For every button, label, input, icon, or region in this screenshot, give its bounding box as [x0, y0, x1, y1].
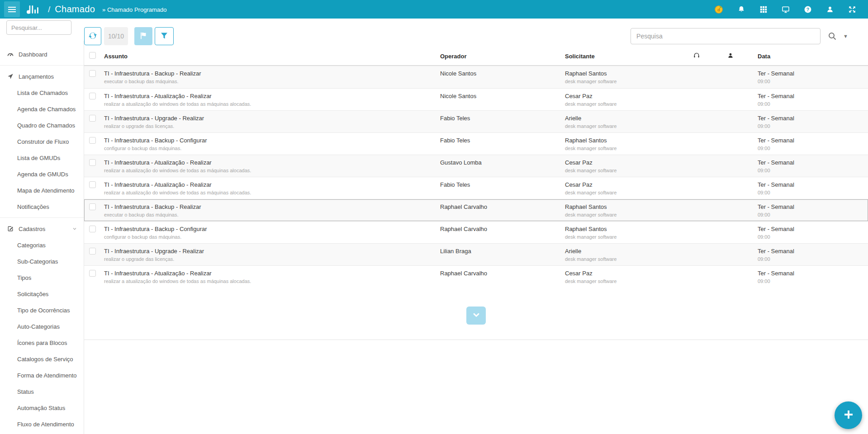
- sidebar-item-cadastros[interactable]: Cadastros: [0, 221, 84, 237]
- user-icon[interactable]: [825, 5, 834, 14]
- person-cell: [727, 89, 758, 92]
- row-checkbox[interactable]: [89, 70, 96, 77]
- sidebar-item-agenda-de-gmuds[interactable]: Agenda de GMUDs: [0, 166, 84, 182]
- sidebar-item-tipo-de-ocorrencias[interactable]: Tipo de Ocorrências: [0, 302, 84, 318]
- assunto-title: TI - Infraestrutura - Backup - Configura…: [104, 225, 440, 233]
- assunto-cell: TI - Infraestrutura - Atualização - Real…: [104, 266, 440, 284]
- hamburger-menu-button[interactable]: [4, 1, 20, 17]
- person-cell: [727, 133, 758, 137]
- solicitante-name: Cesar Paz: [565, 269, 693, 277]
- send-icon: [7, 73, 14, 80]
- sidebar-item-lancamentos[interactable]: Lançamentos: [0, 68, 84, 85]
- table-row[interactable]: TI - Infraestrutura - Atualização - Real…: [84, 265, 868, 288]
- column-header-solicitante[interactable]: Solicitante: [565, 53, 693, 60]
- headset-cell: [693, 199, 727, 203]
- table-row[interactable]: TI - Infraestrutura - Atualização - Real…: [84, 155, 868, 177]
- refresh-button[interactable]: [84, 27, 101, 45]
- expand-icon[interactable]: [848, 5, 856, 14]
- row-checkbox[interactable]: [89, 93, 96, 99]
- row-checkbox[interactable]: [89, 203, 96, 210]
- sidebar-item-automacao-status[interactable]: Automação Status: [0, 400, 84, 416]
- solicitante-name: Cesar Paz: [565, 181, 693, 189]
- svg-text:d: d: [717, 7, 720, 12]
- solicitante-organizacao: desk manager software: [565, 256, 693, 262]
- row-checkbox[interactable]: [89, 159, 96, 166]
- sidebar-item-notificacoes[interactable]: Notificações: [0, 198, 84, 215]
- data-cell: Ter - Semanal09:00: [758, 111, 868, 129]
- solicitante-organizacao: desk manager software: [565, 234, 693, 240]
- sidebar-item-sub-categorias[interactable]: Sub-Categorias: [0, 253, 84, 269]
- sidebar-item-auto-categorias[interactable]: Auto-Categorias: [0, 318, 84, 335]
- sidebar-item-tipos[interactable]: Tipos: [0, 269, 84, 286]
- monitor-icon[interactable]: [781, 5, 790, 14]
- help-icon[interactable]: ?: [803, 5, 812, 14]
- dashboard-icon: [7, 51, 14, 58]
- sidebar-item-label: Fluxo de Atendimento: [17, 421, 74, 428]
- assunto-descricao: executar o backup das máquinas.: [104, 79, 440, 84]
- sidebar-item-label: Agenda de GMUDs: [17, 171, 68, 178]
- sidebar-item-dashboard[interactable]: Dashboard: [0, 46, 84, 62]
- sidebar-item-label: Cadastros: [19, 226, 45, 232]
- solicitante-name: Arielle: [565, 247, 693, 255]
- search-options-caret-icon[interactable]: ▼: [843, 33, 848, 39]
- apps-grid-icon[interactable]: [759, 5, 768, 14]
- data-hora: 09:00: [758, 212, 868, 217]
- select-all-checkbox[interactable]: [89, 52, 96, 59]
- sidebar-item-catalogos-de-servico[interactable]: Catalogos de Serviço: [0, 351, 84, 367]
- table-row[interactable]: TI - Infraestrutura - Backup - Realizare…: [84, 199, 868, 221]
- row-checkbox[interactable]: [89, 115, 96, 122]
- column-header-operador[interactable]: Operador: [440, 53, 565, 60]
- row-checkbox[interactable]: [89, 137, 96, 144]
- sidebar-item-label: Sub-Categorias: [17, 258, 58, 265]
- load-more-button[interactable]: [466, 307, 486, 325]
- assunto-title: TI - Infraestrutura - Upgrade - Realizar: [104, 114, 440, 122]
- sidebar-item-agenda-de-chamados[interactable]: Agenda de Chamados: [0, 101, 84, 117]
- flag-button[interactable]: [134, 27, 152, 45]
- sidebar-item-forma-de-atendimento[interactable]: Forma de Atendimento: [0, 367, 84, 383]
- sidebar-item-label: Quadro de Chamados: [17, 122, 75, 129]
- main-search-input[interactable]: [631, 28, 821, 44]
- bell-icon[interactable]: [737, 5, 745, 14]
- operador-cell: Raphael Carvalho: [440, 266, 565, 277]
- sidebar-item-status[interactable]: Status: [0, 383, 84, 400]
- table-row[interactable]: TI - Infraestrutura - Atualização - Real…: [84, 88, 868, 110]
- solicitante-organizacao: desk manager software: [565, 123, 693, 129]
- row-checkbox[interactable]: [89, 181, 96, 188]
- sidebar-item-lista-de-gmuds[interactable]: Lista de GMUDs: [0, 150, 84, 166]
- coin-icon[interactable]: d: [714, 5, 723, 14]
- sidebar-item-construtor-de-fluxo[interactable]: Construtor de Fluxo: [0, 133, 84, 150]
- search-icon[interactable]: [828, 32, 837, 41]
- sidebar-search-input[interactable]: [6, 20, 71, 35]
- headset-cell: [693, 111, 727, 114]
- table-row[interactable]: TI - Infraestrutura - Upgrade - Realizar…: [84, 110, 868, 132]
- main-area: 10/10: [84, 19, 868, 434]
- chevron-down-icon: [472, 311, 480, 321]
- sidebar-item-label: Auto-Categorias: [17, 323, 60, 330]
- sidebar-item-fluxo-de-atendimento[interactable]: Fluxo de Atendimento: [0, 416, 84, 432]
- sidebar-item-lista-de-chamados[interactable]: Lista de Chamados: [0, 85, 84, 101]
- row-checkbox[interactable]: [89, 270, 96, 277]
- headset-cell: [693, 266, 727, 269]
- table-row[interactable]: TI - Infraestrutura - Backup - Realizare…: [84, 66, 868, 88]
- table-row[interactable]: TI - Infraestrutura - Upgrade - Realizar…: [84, 243, 868, 265]
- sidebar-item-quadro-de-chamados[interactable]: Quadro de Chamados: [0, 117, 84, 133]
- sidebar-item-solicitacoes[interactable]: Solicitações: [0, 286, 84, 302]
- add-ticket-button[interactable]: [835, 401, 862, 429]
- column-header-assunto[interactable]: Assunto: [104, 53, 440, 60]
- column-header-data[interactable]: Data: [758, 53, 868, 60]
- data-hora: 09:00: [758, 278, 868, 284]
- assunto-descricao: configurar o backup das máquinas.: [104, 146, 440, 151]
- sidebar-item-categorias[interactable]: Categorias: [0, 237, 84, 253]
- record-count-badge[interactable]: 10/10: [104, 27, 128, 45]
- data-hora: 09:00: [758, 234, 868, 240]
- row-checkbox[interactable]: [89, 248, 96, 255]
- filter-button[interactable]: [155, 27, 174, 45]
- table-row[interactable]: TI - Infraestrutura - Atualização - Real…: [84, 177, 868, 199]
- app-logo-icon[interactable]: [26, 5, 42, 14]
- sidebar-item-icones-para-blocos[interactable]: Ícones para Blocos: [0, 335, 84, 351]
- row-checkbox[interactable]: [89, 226, 96, 232]
- table-row[interactable]: TI - Infraestrutura - Backup - Configura…: [84, 221, 868, 243]
- table-row[interactable]: TI - Infraestrutura - Backup - Configura…: [84, 132, 868, 155]
- sidebar-item-causas[interactable]: Causas: [0, 432, 84, 434]
- sidebar-item-mapa-de-atendimento[interactable]: Mapa de Atendimento: [0, 182, 84, 198]
